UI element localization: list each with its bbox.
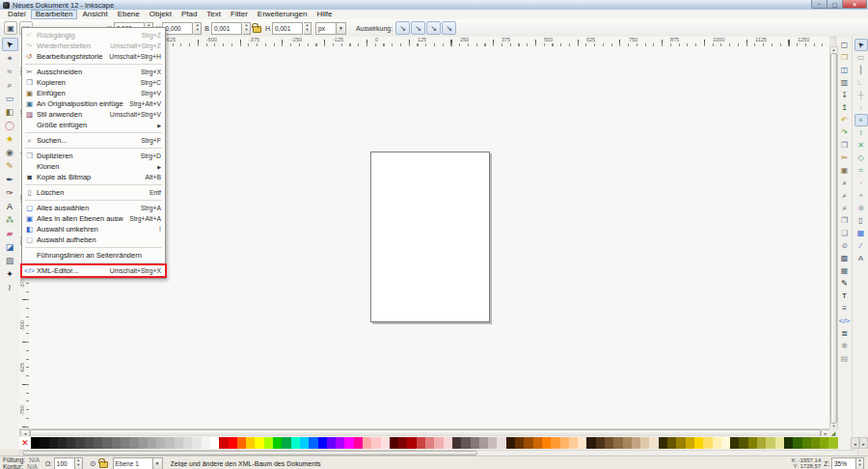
color-swatch[interactable] (246, 437, 255, 449)
color-swatch[interactable] (210, 437, 219, 449)
b-input[interactable]: 0,001 (211, 22, 242, 35)
menubar-item-filter[interactable]: Filter (226, 10, 253, 19)
color-swatch[interactable] (156, 437, 165, 449)
color-swatch[interactable] (703, 437, 712, 449)
menu-item-alles-auswaehlen[interactable]: ▢Alles auswählenStrg+A (22, 203, 165, 213)
menu-item-groesse-einfuegen[interactable]: Größe einfügen▶ (22, 120, 165, 130)
color-swatch[interactable] (775, 437, 784, 449)
color-swatch[interactable] (560, 437, 569, 449)
spin-down-icon[interactable]: ▼ (304, 28, 311, 34)
zoom-drawing-command-button[interactable]: ⌕ (838, 189, 852, 202)
snap-paths-snap-toggle[interactable]: ≀ (854, 126, 868, 139)
color-swatch[interactable] (112, 437, 121, 449)
color-swatch[interactable] (667, 437, 676, 449)
duplicate-command-button[interactable]: ❐ (838, 214, 852, 227)
y-spinner[interactable]: ▲▼ (194, 22, 202, 35)
eraser-tool-button[interactable]: ▰ (2, 227, 18, 240)
maximize-button[interactable]: ▢ (827, 0, 843, 9)
scale-pattern-toggle[interactable]: ↘ (442, 21, 456, 35)
color-swatch[interactable] (58, 437, 67, 449)
color-swatch[interactable] (686, 437, 694, 449)
menubar-item-objekt[interactable]: Objekt (145, 10, 176, 19)
snap-midpoints-snap-toggle[interactable]: ∙ (854, 177, 868, 189)
color-swatch[interactable] (40, 437, 48, 449)
print-command-button[interactable]: ▥ (838, 76, 852, 89)
color-swatch[interactable] (713, 437, 721, 449)
color-swatch[interactable] (102, 437, 111, 449)
color-swatch[interactable] (237, 437, 246, 449)
color-swatch[interactable] (49, 437, 58, 449)
color-swatch[interactable] (649, 437, 658, 449)
xml-editor-dialog-command-button[interactable]: </> (838, 315, 852, 327)
color-swatch[interactable] (129, 437, 138, 449)
bucket-fill-tool-button[interactable]: ◪ (2, 240, 18, 254)
ungroup-command-button[interactable]: ▦ (838, 264, 852, 277)
menu-item-rueckgaengig[interactable]: ↶RückgängigStrg+Z (22, 30, 165, 41)
unit-dropdown-arrow-icon[interactable]: ▼ (337, 22, 346, 35)
selector-tool-button[interactable]: ➤ (2, 38, 18, 51)
export-command-button[interactable]: ↥ (838, 101, 852, 114)
color-swatch[interactable] (354, 437, 363, 449)
color-swatch[interactable] (309, 437, 317, 449)
color-swatch[interactable] (793, 437, 801, 449)
color-swatch[interactable] (811, 437, 820, 449)
color-swatch[interactable] (67, 437, 75, 449)
save-document-command-button[interactable]: ◫ (838, 64, 852, 76)
color-swatch[interactable] (219, 437, 228, 449)
color-swatch[interactable] (417, 437, 425, 449)
menubar-item-erweiterungen[interactable]: Erweiterungen (253, 10, 312, 19)
node-tool-button[interactable]: ⌖ (2, 51, 18, 65)
color-swatch[interactable] (578, 437, 586, 449)
text-tool-button[interactable]: A (2, 200, 18, 213)
snap-object-centers-snap-toggle[interactable]: + (854, 189, 868, 202)
unit-select[interactable]: px (315, 22, 337, 35)
color-swatch[interactable] (623, 437, 632, 449)
snap-bbox-corners-snap-toggle[interactable]: ∟ (854, 76, 868, 89)
preferences-command-button[interactable]: ✻ (838, 340, 852, 352)
snap-bbox-centers-snap-toggle[interactable]: ▫ (854, 101, 868, 114)
snap-page-border-snap-toggle[interactable]: ▯ (854, 214, 868, 227)
tweak-tool-button[interactable]: ≈ (2, 65, 18, 78)
snap-bbox-midpoints-snap-toggle[interactable]: ┼ (854, 89, 868, 101)
color-swatch[interactable] (694, 437, 703, 449)
color-swatch[interactable] (461, 437, 470, 449)
menu-item-loeschen[interactable]: ▯LöschenEntf (22, 187, 165, 198)
group-command-button[interactable]: ▩ (838, 252, 852, 264)
menu-item-wiederherstellen[interactable]: ↷WiederherstellenUmschalt+Strg+Z (22, 41, 165, 51)
snap-guides-snap-toggle[interactable]: ⁄ (854, 239, 868, 252)
opacity-spinner[interactable]: ▲▼ (75, 457, 83, 469)
spin-down-icon[interactable]: ▼ (194, 28, 201, 34)
snap-grids-snap-toggle[interactable]: ▦ (854, 227, 868, 239)
snap-nodes-snap-toggle[interactable]: ⌖ (854, 114, 868, 126)
calligraphy-tool-button[interactable]: ✑ (2, 186, 18, 200)
snap-bbox-edges-snap-toggle[interactable]: ┃ (854, 64, 868, 76)
color-swatch[interactable] (85, 437, 94, 449)
fill-stroke-dialog-command-button[interactable]: ✎ (838, 277, 852, 290)
import-command-button[interactable]: ↧ (838, 89, 852, 101)
swatch-none[interactable]: ✕ (19, 437, 31, 449)
color-swatch[interactable] (444, 437, 452, 449)
color-swatch[interactable] (255, 437, 263, 449)
star-tool-button[interactable]: ★ (2, 132, 18, 146)
menu-item-originalposition-einfuegen[interactable]: ▣An Originalposition einfügenStrg+Alt+V (22, 98, 165, 109)
menu-item-auswahl-aufheben[interactable]: ▢Auswahl aufheben (22, 234, 165, 245)
color-swatch[interactable] (192, 437, 201, 449)
color-swatch[interactable] (506, 437, 515, 449)
menu-item-bearbeitungshistorie[interactable]: ↺Bearbeitungshistorie...Umschalt+Strg+H (22, 51, 165, 62)
color-swatch[interactable] (229, 437, 237, 449)
open-document-command-button[interactable]: ❒ (838, 51, 852, 64)
scale-corners-toggle[interactable]: ↘ (411, 21, 425, 35)
color-swatch[interactable] (318, 437, 327, 449)
cut-command-button[interactable]: ✂ (838, 152, 852, 164)
color-swatch[interactable] (202, 437, 210, 449)
color-swatch[interactable] (121, 437, 129, 449)
align-dialog-command-button[interactable]: ≡ (838, 302, 852, 315)
color-swatch[interactable] (75, 437, 84, 449)
color-swatch[interactable] (148, 437, 156, 449)
layer-dropdown-arrow-icon[interactable]: ▼ (153, 457, 163, 469)
unlink-clone-command-button[interactable]: ⊘ (838, 239, 852, 252)
color-swatch[interactable] (820, 437, 828, 449)
palette-left-arrow-icon[interactable]: ◂ (851, 437, 859, 449)
box-3d-tool-button[interactable]: ◧ (2, 105, 18, 119)
text-dialog-command-button[interactable]: T (838, 290, 852, 302)
